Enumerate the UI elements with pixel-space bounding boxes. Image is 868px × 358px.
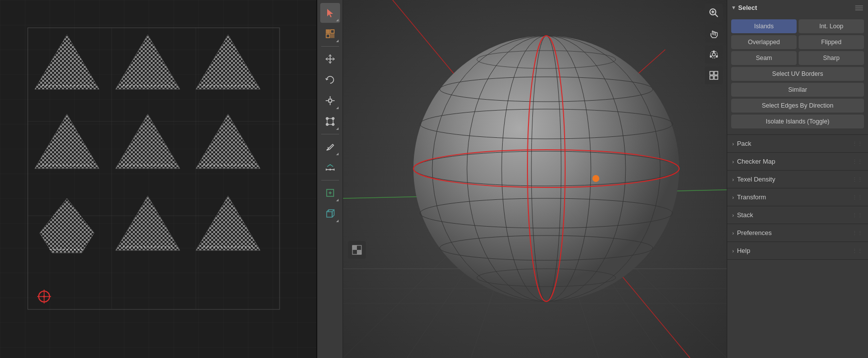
svg-marker-43 (196, 114, 260, 169)
uv-island-8 (193, 193, 263, 258)
svg-marker-12 (35, 35, 99, 89)
uv-island-4 (113, 112, 182, 176)
select-title: Select (738, 4, 757, 11)
camera-button[interactable] (705, 46, 723, 63)
pack-handle: ⋮⋮ (852, 141, 863, 146)
svg-rect-85 (331, 34, 334, 38)
select-edges-by-direction-button[interactable]: Select Edges By Direction (731, 99, 864, 113)
sphere-3d-object (403, 25, 690, 312)
svg-point-94 (326, 123, 328, 125)
ruler-tool-button[interactable] (320, 158, 340, 178)
seam-button[interactable]: Seam (731, 51, 797, 65)
svg-marker-51 (40, 198, 94, 253)
checker-map-section[interactable]: › Checker Map ⋮⋮ (727, 153, 868, 171)
toolbar-left (317, 0, 343, 358)
texel-density-expand-icon: › (732, 177, 734, 182)
move-select-tool-button[interactable] (320, 24, 340, 44)
preferences-expand-icon: › (732, 230, 734, 236)
svg-marker-19 (196, 35, 260, 89)
svg-rect-84 (326, 34, 330, 38)
overlapped-button[interactable]: Overlapped (731, 35, 797, 49)
uv-island-6 (32, 193, 102, 258)
viewport-header-icons (705, 4, 723, 84)
grid-view-button[interactable] (705, 66, 723, 84)
annotate-tool-button[interactable] (320, 137, 340, 157)
svg-rect-147 (352, 245, 357, 250)
svg-rect-86 (329, 99, 332, 102)
svg-rect-144 (714, 71, 718, 75)
help-handle: ⋮⋮ (852, 248, 863, 253)
svg-rect-146 (714, 76, 718, 79)
similar-button[interactable]: Similar (731, 83, 864, 97)
svg-marker-27 (35, 114, 99, 169)
sidebar-right: ▾ Select Islands Int. Loop Overlapped Fl… (727, 0, 868, 358)
select-uv-borders-button[interactable]: Select UV Borders (731, 67, 864, 81)
scale-tool-button[interactable] (320, 91, 340, 111)
stack-title: Stack (737, 211, 753, 219)
grab-tool-button[interactable] (705, 25, 723, 43)
svg-line-135 (715, 14, 718, 17)
svg-marker-75 (116, 35, 180, 89)
svg-point-95 (332, 123, 334, 125)
checker-map-handle: ⋮⋮ (852, 159, 863, 164)
svg-point-140 (713, 51, 715, 53)
isolate-islands-toggle-button[interactable]: Isolate Islands (Toggle) (731, 115, 864, 128)
checker-map-title: Checker Map (737, 158, 775, 165)
svg-marker-67 (196, 196, 260, 250)
pack-section[interactable]: › Pack ⋮⋮ (727, 135, 868, 153)
stack-section[interactable]: › Stack ⋮⋮ (727, 206, 868, 224)
uv-island-2 (193, 32, 263, 97)
uv-canvas[interactable] (0, 0, 316, 358)
islands-button[interactable]: Islands (731, 19, 797, 33)
sharp-button[interactable]: Sharp (799, 51, 864, 65)
select-header[interactable]: ▾ Select (727, 0, 868, 15)
move-tool-button[interactable] (320, 49, 340, 69)
checker-map-expand-icon: › (732, 159, 734, 165)
texel-density-title: Texel Density (737, 176, 775, 183)
add-cube-tool-button[interactable] (320, 204, 340, 224)
tool-separator-2 (321, 134, 339, 134)
uv-island-7 (113, 193, 182, 258)
transform-title: Transform (737, 193, 766, 201)
svg-point-92 (326, 118, 328, 119)
pack-title: Pack (737, 140, 752, 147)
texel-density-handle: ⋮⋮ (852, 177, 863, 182)
3d-viewport[interactable] (343, 0, 727, 358)
help-expand-icon: › (732, 248, 734, 254)
svg-rect-149 (352, 250, 357, 254)
flipped-button[interactable]: Flipped (799, 35, 864, 49)
svg-rect-103 (327, 212, 332, 217)
add-mesh-tool-button[interactable] (320, 183, 340, 203)
svg-point-138 (712, 53, 715, 56)
transform-expand-icon: › (732, 194, 734, 200)
pack-expand-icon: › (732, 141, 734, 147)
preferences-section[interactable]: › Preferences ⋮⋮ (727, 224, 868, 242)
svg-point-119 (413, 36, 679, 301)
svg-point-93 (332, 118, 334, 119)
cursor-select-tool-button[interactable] (320, 3, 340, 23)
preferences-handle: ⋮⋮ (852, 230, 863, 236)
rotate-tool-button[interactable] (320, 70, 340, 90)
checkerboard-display-button[interactable] (348, 241, 366, 259)
tool-separator-1 (321, 46, 339, 47)
uv-cursor-crosshair (37, 290, 51, 303)
uv-island-1 (32, 32, 102, 97)
transform-tool-button[interactable] (320, 112, 340, 131)
svg-marker-35 (116, 114, 180, 169)
int-loop-button[interactable]: Int. Loop (799, 19, 864, 33)
texel-density-section[interactable]: › Texel Density ⋮⋮ (727, 171, 868, 188)
stack-handle: ⋮⋮ (852, 212, 863, 218)
uv-island-3 (32, 112, 102, 176)
select-row-2: Overlapped Flipped (731, 35, 864, 49)
zoom-in-button[interactable] (705, 4, 723, 22)
svg-rect-83 (331, 30, 334, 33)
select-section: ▾ Select Islands Int. Loop Overlapped Fl… (727, 0, 868, 135)
tool-separator-3 (321, 180, 339, 180)
svg-rect-150 (357, 250, 361, 254)
svg-marker-59 (116, 196, 180, 250)
select-row-1: Islands Int. Loop (731, 19, 864, 33)
svg-point-142 (716, 56, 718, 58)
svg-rect-82 (326, 30, 330, 33)
help-section[interactable]: › Help ⋮⋮ (727, 242, 868, 260)
transform-section[interactable]: › Transform ⋮⋮ (727, 188, 868, 206)
